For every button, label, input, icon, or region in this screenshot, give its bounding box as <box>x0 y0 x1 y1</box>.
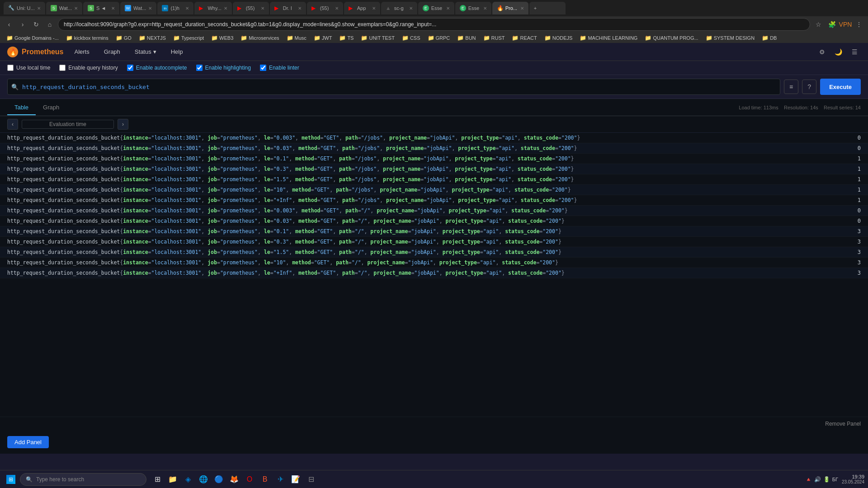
bookmark-google-domains[interactable]: 📁 Google Domains -... <box>4 34 61 42</box>
tab-prometheus[interactable]: 🔥 Pro... ✕ <box>492 2 528 14</box>
tab-close-btn[interactable]: ✕ <box>224 6 227 11</box>
tab-close-btn[interactable]: ✕ <box>261 6 264 11</box>
tab-wat2[interactable]: W Wat... ✕ <box>120 2 156 14</box>
address-bar[interactable]: http://localhost:9090/graph?g0.expr=http… <box>58 18 810 31</box>
taskbar-explorer[interactable]: 📁 <box>165 472 180 487</box>
extensions-button[interactable]: 🧩 <box>826 19 837 30</box>
bookmark-microservices[interactable]: 📁 Microservices <box>238 34 282 42</box>
tab-in[interactable]: in (1)h ✕ <box>157 2 193 14</box>
settings-icon-btn[interactable]: ⚙ <box>816 46 828 58</box>
tab-esse2[interactable]: E Esse ✕ <box>455 2 491 14</box>
tab-s[interactable]: S S ◄ ✕ <box>83 2 119 14</box>
query-input[interactable]: http_request_duration_seconds_bucket <box>22 84 776 90</box>
tab-close-btn[interactable]: ✕ <box>37 6 41 11</box>
tab-scg[interactable]: ▲ sc-g ✕ <box>381 2 417 14</box>
bookmark-nodejs[interactable]: 📁 NODEJS <box>542 34 576 42</box>
bookmark-typescript[interactable]: 📁 Typescript <box>170 34 207 42</box>
bookmark-musc[interactable]: 📁 Musc <box>284 34 309 42</box>
menu-button[interactable]: ⋮ <box>854 19 864 30</box>
battery-icon[interactable]: 🔋 <box>823 476 830 483</box>
bookmark-db[interactable]: 📁 DB <box>759 34 779 42</box>
enable-linter-option[interactable]: Enable linter <box>260 65 299 71</box>
taskbar-brave[interactable]: B <box>258 472 272 487</box>
taskbar-edge[interactable]: 🌐 <box>196 472 211 487</box>
forward-button[interactable]: › <box>17 19 28 30</box>
nav-status[interactable]: Status ▾ <box>131 47 160 57</box>
tab-close-btn[interactable]: ✕ <box>148 6 152 11</box>
enable-autocomplete-option[interactable]: Enable autocomplete <box>127 65 187 71</box>
taskbar-chrome[interactable]: 🔵 <box>212 472 226 487</box>
tab-close-btn[interactable]: ✕ <box>409 6 413 11</box>
accessibility-icon-btn[interactable]: ☰ <box>848 46 861 58</box>
tab-new[interactable]: + <box>529 2 566 14</box>
bookmark-react[interactable]: 📁 REACT <box>509 34 539 42</box>
bookmark-sysdesign[interactable]: 📁 SYSTEM DESIGN <box>703 34 757 42</box>
tab-why[interactable]: ▶ Why... ✕ <box>194 2 231 14</box>
bookmark-web3[interactable]: 📁 WEB3 <box>208 34 236 42</box>
tab-esse1[interactable]: E Esse ✕ <box>418 2 454 14</box>
enable-linter-checkbox[interactable] <box>260 65 266 71</box>
tab-wat1[interactable]: S Wat... ✕ <box>46 2 82 14</box>
query-info-btn[interactable]: ? <box>802 80 816 94</box>
bookmark-nextjs[interactable]: 📁 NEXTJS <box>136 34 169 42</box>
theme-icon-btn[interactable]: 🌙 <box>832 46 844 58</box>
enable-highlighting-option[interactable]: Enable highlighting <box>196 65 251 71</box>
taskbar-notes[interactable]: 📝 <box>288 472 303 487</box>
back-button[interactable]: ‹ <box>4 19 14 30</box>
tab-close-btn[interactable]: ✕ <box>446 6 450 11</box>
taskbar-clock[interactable]: 19:39 23.05.2024 <box>842 474 864 484</box>
enable-query-history-option[interactable]: Enable query history <box>59 65 118 71</box>
remove-panel-link[interactable]: Remove Panel <box>825 421 861 427</box>
vpn-button[interactable]: VPN <box>840 19 851 30</box>
bookmark-go[interactable]: 📁 GO <box>113 34 134 42</box>
eval-time-next-btn[interactable]: › <box>118 119 128 130</box>
taskbar-search[interactable]: 🔍 Type here to search <box>20 473 146 486</box>
bookmark-ml[interactable]: 📁 MACHINE LEARNING <box>577 34 640 42</box>
taskbar-opera[interactable]: O <box>242 472 257 487</box>
tab-unit[interactable]: 🔧 Uni: U... ✕ <box>4 2 45 14</box>
eval-time-prev-btn[interactable]: ‹ <box>7 119 18 130</box>
tab-close-btn[interactable]: ✕ <box>483 6 487 11</box>
tab-table[interactable]: Table <box>7 100 36 115</box>
tab-close-btn[interactable]: ✕ <box>185 6 189 11</box>
enable-autocomplete-checkbox[interactable] <box>127 65 133 71</box>
bookmark-jwt[interactable]: 📁 JWT <box>311 34 335 42</box>
tab-close-btn[interactable]: ✕ <box>298 6 302 11</box>
query-history-btn[interactable]: ≡ <box>784 80 798 94</box>
bookmark-kickbox[interactable]: 📁 kickbox termins <box>63 34 111 42</box>
tab-close-btn[interactable]: ✕ <box>372 6 376 11</box>
use-local-time-option[interactable]: Use local time <box>7 65 50 71</box>
start-button[interactable]: ⊞ <box>4 472 18 487</box>
lang-indicator[interactable]: БГ <box>832 477 838 482</box>
enable-query-history-checkbox[interactable] <box>59 65 66 71</box>
bookmark-rust[interactable]: 📁 RUST <box>481 34 508 42</box>
bookmark-button[interactable]: ☆ <box>813 19 824 30</box>
nav-graph[interactable]: Graph <box>100 47 124 57</box>
volume-icon[interactable]: 🔊 <box>814 476 821 483</box>
network-icon[interactable]: 🔺 <box>805 476 812 483</box>
tab-55b[interactable]: ▶ (55) ✕ <box>307 2 343 14</box>
taskbar-task-view[interactable]: ⊞ <box>150 472 165 487</box>
tab-close-btn[interactable]: ✕ <box>520 6 524 11</box>
taskbar-telegram[interactable]: ✈ <box>273 472 288 487</box>
tab-55a[interactable]: ▶ (55) ✕ <box>233 2 269 14</box>
bookmark-unittest[interactable]: 📁 UNIT TEST <box>358 34 397 42</box>
nav-alerts[interactable]: Alerts <box>71 47 93 57</box>
taskbar-terminal[interactable]: ⊟ <box>304 472 318 487</box>
bookmark-grpc[interactable]: 📁 GRPC <box>425 34 453 42</box>
tab-graph[interactable]: Graph <box>36 100 66 115</box>
home-button[interactable]: ⌂ <box>44 19 55 30</box>
tab-close-btn[interactable]: ✕ <box>74 6 78 11</box>
bookmark-quantum[interactable]: 📁 QUANTUM PROG... <box>642 34 701 42</box>
add-panel-button[interactable]: Add Panel <box>7 436 49 448</box>
bookmark-bun[interactable]: 📁 BUN <box>454 34 478 42</box>
tab-close-btn[interactable]: ✕ <box>111 6 115 11</box>
use-local-time-checkbox[interactable] <box>7 65 14 71</box>
tab-app[interactable]: ▶ App ✕ <box>344 2 380 14</box>
bookmark-ts[interactable]: 📁 TS <box>336 34 356 42</box>
tab-dr[interactable]: ▶ Dr. I ✕ <box>270 2 306 14</box>
reload-button[interactable]: ↻ <box>31 19 42 30</box>
enable-highlighting-checkbox[interactable] <box>196 65 203 71</box>
nav-help[interactable]: Help <box>167 47 187 57</box>
taskbar-vscode[interactable]: ◈ <box>181 472 195 487</box>
